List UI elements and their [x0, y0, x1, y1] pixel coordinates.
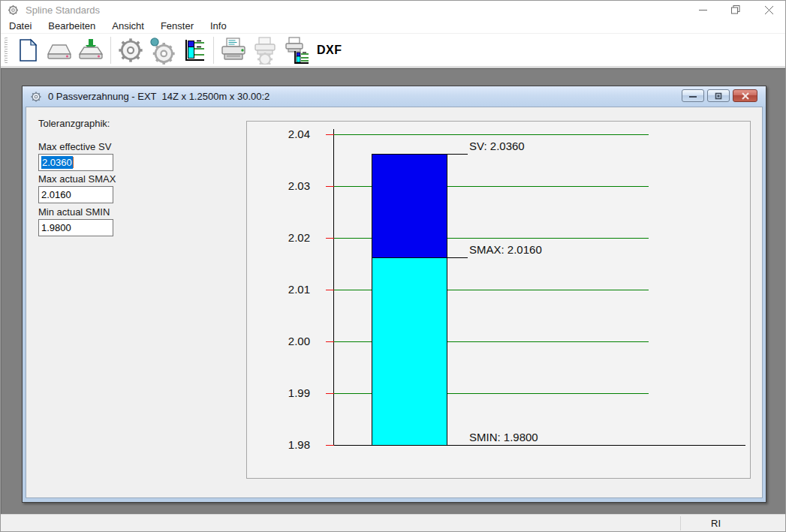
title-bar: Spline Standards: [1, 1, 785, 19]
child-minimize-icon: [689, 92, 697, 99]
window-title: Spline Standards: [26, 5, 100, 16]
child-window-title: 0 Passverzahnung - EXT 14Z x 1.2500m x 3…: [48, 91, 270, 102]
calculation-gear-button[interactable]: [146, 35, 178, 65]
child-minimize-button[interactable]: [682, 89, 704, 102]
sv-input[interactable]: 2.0360: [38, 154, 113, 171]
dxf-label: DXF: [312, 44, 347, 57]
menu-info[interactable]: Info: [202, 19, 235, 34]
panel-heading: Toleranzgraphik:: [38, 118, 110, 129]
y-tick-label: 2.00: [257, 334, 310, 349]
toolbar-separator: [213, 37, 214, 64]
print-setup-icon: [251, 36, 279, 65]
text-caret: [73, 157, 74, 168]
menu-ansicht[interactable]: Ansicht: [104, 19, 152, 34]
save-drive-icon: [77, 38, 104, 63]
status-bar-separator: [680, 516, 681, 530]
smin-annotation: SMIN: 1.9800: [469, 430, 538, 444]
y-axis: [333, 129, 334, 446]
child-window: 0 Passverzahnung - EXT 14Z x 1.2500m x 3…: [22, 86, 766, 503]
menu-bearbeiten[interactable]: Bearbeiten: [40, 19, 104, 34]
sv-annotation: SV: 2.0360: [469, 139, 525, 153]
gear-document-icon: [30, 91, 42, 103]
print-chart-button[interactable]: [281, 35, 312, 65]
toolbar-gripper[interactable]: [5, 38, 8, 63]
child-title-bar[interactable]: 0 Passverzahnung - EXT 14Z x 1.2500m x 3…: [23, 86, 766, 107]
minimize-button[interactable]: [686, 1, 719, 19]
print-chart-icon: [282, 36, 311, 65]
gear-app-icon: [7, 4, 20, 17]
open-button[interactable]: [44, 35, 75, 65]
smin-input-value: 1.9800: [41, 222, 71, 233]
smax-input[interactable]: 2.0160: [38, 186, 113, 203]
menu-datei[interactable]: Datei: [1, 19, 40, 34]
close-icon: [765, 6, 773, 14]
save-button[interactable]: [75, 35, 107, 65]
calculation-gear-icon: [147, 36, 177, 65]
child-content: Toleranzgraphik: Max effective SV 2.0360…: [26, 107, 763, 498]
open-drive-icon: [46, 38, 73, 63]
child-close-icon: [742, 92, 749, 100]
effective-tolerance-bar: [372, 154, 447, 258]
field-label-sv: Max effective SV: [38, 141, 111, 152]
status-bar: RI: [1, 514, 785, 531]
sv-callout-line: [447, 154, 468, 155]
close-button[interactable]: [752, 1, 785, 19]
field-label-smin: Min actual SMIN: [38, 206, 110, 218]
sv-input-value: 2.0360: [41, 156, 73, 169]
y-tick-label: 2.04: [257, 127, 310, 142]
y-tick-label: 2.03: [257, 179, 310, 194]
y-tick-label: 2.02: [257, 230, 310, 245]
child-restore-icon: [715, 92, 722, 100]
settings-gear-button[interactable]: [115, 35, 146, 65]
restore-button[interactable]: [719, 1, 752, 19]
y-tick-label: 1.98: [257, 437, 310, 452]
smax-annotation: SMAX: 2.0160: [469, 242, 542, 257]
print-button[interactable]: [218, 35, 249, 65]
child-restore-button[interactable]: [707, 89, 730, 102]
minimize-icon: [699, 6, 707, 14]
settings-gear-icon: [116, 36, 145, 65]
menu-bar: Datei Bearbeiten Ansicht Fenster Info: [1, 19, 785, 34]
mdi-client-area: 0 Passverzahnung - EXT 14Z x 1.2500m x 3…: [1, 68, 785, 515]
print-icon: [219, 37, 248, 64]
y-tick-label: 1.99: [257, 386, 310, 401]
smax-input-value: 2.0160: [41, 189, 71, 200]
field-label-smax: Max actual SMAX: [38, 173, 116, 185]
app-window: Spline Standards Datei Bearbeiten Ansich…: [0, 0, 786, 532]
actual-tolerance-bar: [372, 257, 447, 446]
print-setup-button[interactable]: [249, 35, 281, 65]
gridline: [334, 134, 649, 135]
y-tick-label: 2.01: [257, 282, 310, 297]
smin-input[interactable]: 1.9800: [38, 219, 113, 236]
tolerance-chart: 2.04 2.03 2.02 2.01 2.00 1.99 1.98: [246, 121, 751, 479]
smax-callout-line: [447, 257, 468, 258]
new-document-icon: [16, 38, 40, 63]
tolerance-chart-icon: [181, 38, 206, 63]
restore-icon: [731, 5, 740, 14]
tolerance-chart-button[interactable]: [178, 35, 209, 65]
new-file-button[interactable]: [12, 35, 44, 65]
child-close-button[interactable]: [733, 89, 757, 102]
menu-fenster[interactable]: Fenster: [152, 19, 202, 34]
toolbar: DXF: [1, 35, 785, 67]
dxf-export-button[interactable]: DXF: [312, 35, 347, 65]
status-indicator: RI: [711, 518, 721, 529]
toolbar-separator: [110, 37, 111, 64]
